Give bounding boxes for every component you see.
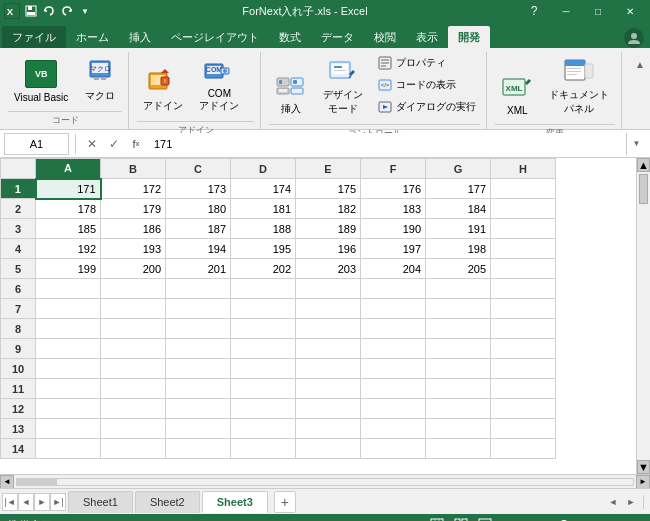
row-header-6[interactable]: 6	[1, 279, 36, 299]
cell-A3[interactable]: 185	[36, 219, 101, 239]
cell-A9[interactable]	[36, 339, 101, 359]
cell-B4[interactable]: 193	[101, 239, 166, 259]
tab-insert[interactable]: 挿入	[119, 26, 161, 48]
cell-G7[interactable]	[426, 299, 491, 319]
cell-G5[interactable]: 205	[426, 259, 491, 279]
cell-E2[interactable]: 182	[296, 199, 361, 219]
cell-C9[interactable]	[166, 339, 231, 359]
cell-E6[interactable]	[296, 279, 361, 299]
cell-A6[interactable]	[36, 279, 101, 299]
sheet-next-btn[interactable]: ►	[34, 493, 50, 511]
cell-A2[interactable]: 178	[36, 199, 101, 219]
cell-C8[interactable]	[166, 319, 231, 339]
cell-H7[interactable]	[491, 299, 556, 319]
cell-G11[interactable]	[426, 379, 491, 399]
undo-quick-btn[interactable]	[42, 4, 56, 18]
cell-A11[interactable]	[36, 379, 101, 399]
cell-H14[interactable]	[491, 439, 556, 459]
cell-H12[interactable]	[491, 399, 556, 419]
cell-C12[interactable]	[166, 399, 231, 419]
cell-G3[interactable]: 191	[426, 219, 491, 239]
cell-F14[interactable]	[361, 439, 426, 459]
row-header-10[interactable]: 10	[1, 359, 36, 379]
h-scroll-track[interactable]	[16, 478, 634, 486]
cell-D4[interactable]: 195	[231, 239, 296, 259]
cell-D1[interactable]: 174	[231, 179, 296, 199]
macro-btn[interactable]: マクロ マクロ	[78, 53, 122, 105]
row-header-8[interactable]: 8	[1, 319, 36, 339]
cell-E11[interactable]	[296, 379, 361, 399]
sheet-scroll-left[interactable]: ◄	[605, 494, 621, 510]
cell-A14[interactable]	[36, 439, 101, 459]
cell-B7[interactable]	[101, 299, 166, 319]
col-header-H[interactable]: H	[491, 159, 556, 179]
sheet-tab-sheet1[interactable]: Sheet1	[68, 491, 133, 513]
row-header-3[interactable]: 3	[1, 219, 36, 239]
cell-C5[interactable]: 201	[166, 259, 231, 279]
row-header-13[interactable]: 13	[1, 419, 36, 439]
cell-E3[interactable]: 189	[296, 219, 361, 239]
page-break-view-btn[interactable]	[476, 516, 494, 521]
cell-B6[interactable]	[101, 279, 166, 299]
scroll-thumb[interactable]	[639, 174, 648, 204]
tab-pagelayout[interactable]: ページレイアウト	[161, 26, 269, 48]
qa-more-btn[interactable]: ▼	[78, 4, 92, 18]
doc-panel-btn[interactable]: ドキュメントパネル	[543, 52, 615, 118]
col-header-E[interactable]: E	[296, 159, 361, 179]
cell-H3[interactable]	[491, 219, 556, 239]
cell-A5[interactable]: 199	[36, 259, 101, 279]
col-header-C[interactable]: C	[166, 159, 231, 179]
sheet-prev-btn[interactable]: ◄	[18, 493, 34, 511]
properties-btn[interactable]: プロパティ	[373, 52, 480, 74]
cell-C3[interactable]: 187	[166, 219, 231, 239]
cell-B8[interactable]	[101, 319, 166, 339]
cell-A1[interactable]: 171	[36, 179, 101, 199]
cell-G14[interactable]	[426, 439, 491, 459]
cell-D11[interactable]	[231, 379, 296, 399]
cell-B13[interactable]	[101, 419, 166, 439]
cell-G1[interactable]: 177	[426, 179, 491, 199]
cell-D2[interactable]: 181	[231, 199, 296, 219]
cell-D7[interactable]	[231, 299, 296, 319]
cell-B2[interactable]: 179	[101, 199, 166, 219]
cell-B3[interactable]: 186	[101, 219, 166, 239]
cell-E10[interactable]	[296, 359, 361, 379]
cell-E12[interactable]	[296, 399, 361, 419]
addin-btn[interactable]: ! アドイン	[137, 63, 189, 115]
h-scroll-thumb[interactable]	[17, 479, 57, 485]
cell-B1[interactable]: 172	[101, 179, 166, 199]
cell-H13[interactable]	[491, 419, 556, 439]
cell-A4[interactable]: 192	[36, 239, 101, 259]
cell-C6[interactable]	[166, 279, 231, 299]
cell-E5[interactable]: 203	[296, 259, 361, 279]
horizontal-scroll-area[interactable]: ◄ ►	[0, 474, 650, 488]
col-header-F[interactable]: F	[361, 159, 426, 179]
cell-B12[interactable]	[101, 399, 166, 419]
tab-data[interactable]: データ	[311, 26, 364, 48]
row-header-9[interactable]: 9	[1, 339, 36, 359]
cell-C2[interactable]: 180	[166, 199, 231, 219]
ribbon-collapse-btn[interactable]: ▲	[632, 56, 648, 72]
cell-F8[interactable]	[361, 319, 426, 339]
cell-E8[interactable]	[296, 319, 361, 339]
col-header-A[interactable]: A	[36, 159, 101, 179]
cell-H9[interactable]	[491, 339, 556, 359]
cell-G12[interactable]	[426, 399, 491, 419]
cell-E14[interactable]	[296, 439, 361, 459]
cell-G4[interactable]: 198	[426, 239, 491, 259]
cell-D14[interactable]	[231, 439, 296, 459]
cell-G13[interactable]	[426, 419, 491, 439]
cell-F11[interactable]	[361, 379, 426, 399]
design-mode-btn[interactable]: デザインモード	[317, 52, 369, 118]
cell-D10[interactable]	[231, 359, 296, 379]
cell-G10[interactable]	[426, 359, 491, 379]
scroll-up-btn[interactable]: ▲	[637, 158, 650, 172]
tab-home[interactable]: ホーム	[66, 26, 119, 48]
cell-F9[interactable]	[361, 339, 426, 359]
row-header-7[interactable]: 7	[1, 299, 36, 319]
cell-E9[interactable]	[296, 339, 361, 359]
vertical-scrollbar[interactable]: ▲ ▼	[636, 158, 650, 474]
cell-H6[interactable]	[491, 279, 556, 299]
cell-F6[interactable]	[361, 279, 426, 299]
sheet-scroll-right[interactable]: ►	[623, 494, 639, 510]
